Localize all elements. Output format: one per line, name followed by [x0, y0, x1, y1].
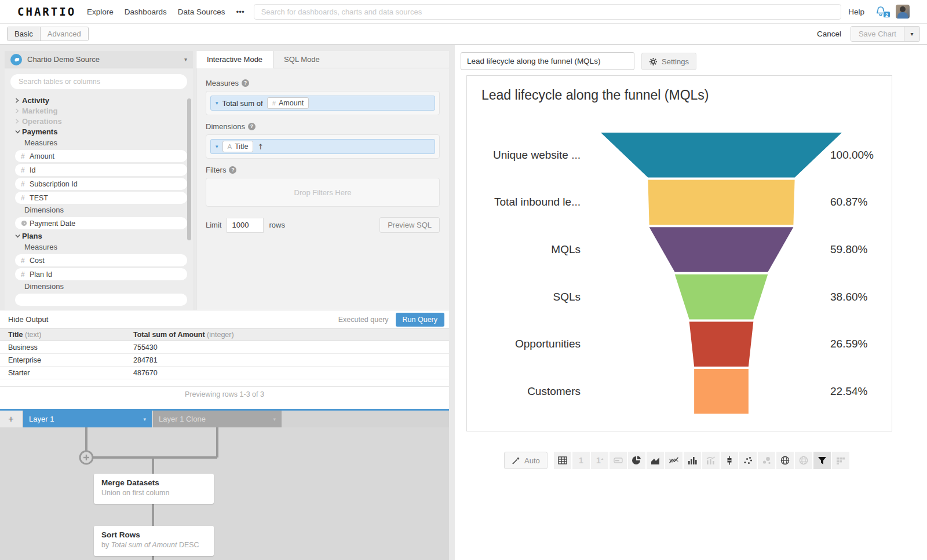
column-header-title: Title (text)	[8, 331, 133, 339]
limit-label: Limit	[206, 221, 221, 229]
limit-input[interactable]	[227, 218, 264, 233]
preview-note: Previewing rows 1-3 of 3	[0, 386, 449, 400]
column-payment-date[interactable]: Payment Date	[15, 217, 187, 229]
auto-chart-type-button[interactable]: Auto	[504, 452, 548, 469]
cell-title: Business	[8, 343, 133, 352]
data-source-selector[interactable]: Chartio Demo Source ▾	[5, 51, 193, 68]
dimension-pill[interactable]: ▾ A Title ↑	[210, 139, 435, 154]
global-search-input[interactable]	[254, 4, 842, 20]
chart-type-scatter-button[interactable]	[739, 452, 757, 469]
svg-text:1: 1	[596, 456, 601, 465]
step-subtitle: Union on first column	[101, 489, 206, 497]
layer-bar: + Layer 1 ▾ Layer 1 Clone ▾	[0, 411, 449, 427]
funnel-stage-percent: 60.87%	[830, 194, 885, 210]
funnel-stage-label: SQLs	[467, 289, 581, 305]
layer-tab-2[interactable]: Layer 1 Clone ▾	[153, 411, 282, 427]
chevron-down-icon[interactable]: ▾	[143, 416, 146, 422]
chart-preview-panel: Settings Lead lifecycle along the funnel…	[455, 45, 927, 560]
funnel-stage-label: Opportunities	[467, 336, 581, 352]
tab-sql-mode[interactable]: SQL Mode	[273, 51, 330, 68]
chart-type-table-button[interactable]	[554, 452, 571, 469]
app: CHARTIO Explore Dashboards Data Sources …	[0, 0, 927, 560]
settings-button[interactable]: Settings	[641, 53, 696, 70]
chevron-down-icon[interactable]: ▾	[216, 144, 218, 149]
help-icon[interactable]: ?	[229, 166, 236, 174]
dimensions-drop-zone[interactable]: ▾ A Title ↑	[206, 134, 440, 159]
settings-label: Settings	[662, 57, 689, 66]
nav-data-sources[interactable]: Data Sources	[178, 8, 225, 16]
table-plans[interactable]: Plans	[5, 231, 193, 241]
tab-interactive-mode[interactable]: Interactive Mode	[196, 51, 273, 68]
chart-type-area-button[interactable]	[647, 452, 664, 469]
table-activity[interactable]: Activity	[5, 96, 193, 105]
funnel-stage-percent: 26.59%	[830, 336, 885, 352]
field-label: Amount	[279, 99, 304, 107]
nav-dashboards[interactable]: Dashboards	[125, 8, 167, 16]
sort-ascending-icon[interactable]: ↑	[257, 142, 264, 151]
column-test[interactable]: # TEST	[15, 192, 187, 204]
pipeline-step-merge-datasets[interactable]: Merge Datasets Union on first column	[94, 474, 214, 504]
chevron-down-icon[interactable]: ▾	[273, 416, 276, 422]
nav-overflow-menu[interactable]: •••	[236, 8, 244, 16]
layer-tab-1[interactable]: Layer 1 ▾	[23, 411, 152, 427]
column-plan-id[interactable]: # Plan Id	[15, 268, 187, 280]
funnel-segment	[648, 180, 794, 225]
notifications-button[interactable]: 2	[874, 5, 888, 19]
mode-advanced-button[interactable]: Advanced	[41, 27, 88, 41]
chart-type-line-button[interactable]	[665, 452, 683, 469]
column-subscription-id[interactable]: # Subscription Id	[15, 178, 187, 190]
help-icon[interactable]: ?	[248, 123, 256, 130]
cancel-button[interactable]: Cancel	[817, 30, 841, 38]
measure-field-chip[interactable]: # Amount	[267, 97, 309, 109]
user-avatar[interactable]	[896, 5, 910, 19]
table-label: Operations	[22, 117, 62, 126]
column-id[interactable]: # Id	[15, 164, 187, 176]
schema-search-input[interactable]	[10, 74, 187, 89]
table-label: Payments	[22, 127, 57, 136]
chevron-down-icon[interactable]: ▾	[216, 100, 218, 106]
save-chart-button[interactable]: Save Chart	[851, 27, 904, 41]
table-payments[interactable]: Payments	[5, 127, 193, 137]
funnel-chart: Lead lifecycle along the funnel (MQLs) U…	[466, 75, 892, 431]
filters-drop-zone[interactable]: Drop Filters Here	[206, 178, 440, 207]
pipeline-step-sort-rows[interactable]: Sort Rows by Total sum of Amount DESC	[94, 526, 214, 556]
funnel-segment	[649, 227, 794, 272]
column-clipped[interactable]	[15, 294, 187, 306]
filters-placeholder: Drop Filters Here	[294, 188, 352, 197]
help-icon[interactable]: ?	[242, 79, 249, 87]
chart-type-pie-button[interactable]	[628, 452, 645, 469]
add-layer-button[interactable]: +	[0, 411, 22, 427]
step-subtitle: by Total sum of Amount DESC	[101, 541, 206, 549]
save-chart-caret-button[interactable]: ▾	[904, 27, 919, 41]
step-title: Sort Rows	[101, 530, 206, 539]
nav-explore[interactable]: Explore	[87, 8, 114, 16]
chart-type-box-plot-button[interactable]	[721, 452, 738, 469]
column-cost[interactable]: # Cost	[15, 254, 187, 266]
table-marketing[interactable]: Marketing	[5, 106, 193, 116]
preview-sql-button[interactable]: Preview SQL	[379, 217, 440, 233]
sidebar-scrollbar[interactable]	[187, 98, 191, 240]
dimension-field-chip[interactable]: A Title	[222, 141, 254, 152]
chevron-down-icon: ▾	[184, 56, 187, 63]
chart-type-map-button[interactable]	[776, 452, 794, 469]
number-type-icon: #	[21, 166, 30, 174]
funnel-segment	[694, 369, 749, 414]
measures-drop-zone[interactable]: ▾ Total sum of # Amount	[206, 91, 440, 115]
svg-text:1: 1	[579, 456, 583, 465]
rows-label: rows	[269, 221, 284, 229]
executed-query-link[interactable]: Executed query	[338, 316, 389, 324]
help-link[interactable]: Help	[848, 8, 864, 16]
measure-pill[interactable]: ▾ Total sum of # Amount	[210, 96, 435, 111]
chart-title-input[interactable]	[461, 52, 634, 70]
table-operations[interactable]: Operations	[5, 116, 193, 126]
column-label: Payment Date	[30, 219, 75, 228]
chart-type-bar-button[interactable]	[684, 452, 701, 469]
number-type-icon: #	[21, 270, 30, 279]
mode-basic-button[interactable]: Basic	[8, 27, 41, 41]
hide-output-link[interactable]: Hide Output	[8, 315, 48, 324]
chart-type-funnel-button[interactable]	[813, 452, 831, 469]
pipeline-connectors	[0, 427, 449, 560]
filters-label: Filters ?	[206, 166, 440, 174]
run-query-button[interactable]: Run Query	[396, 313, 444, 327]
column-amount[interactable]: # Amount	[15, 150, 187, 162]
